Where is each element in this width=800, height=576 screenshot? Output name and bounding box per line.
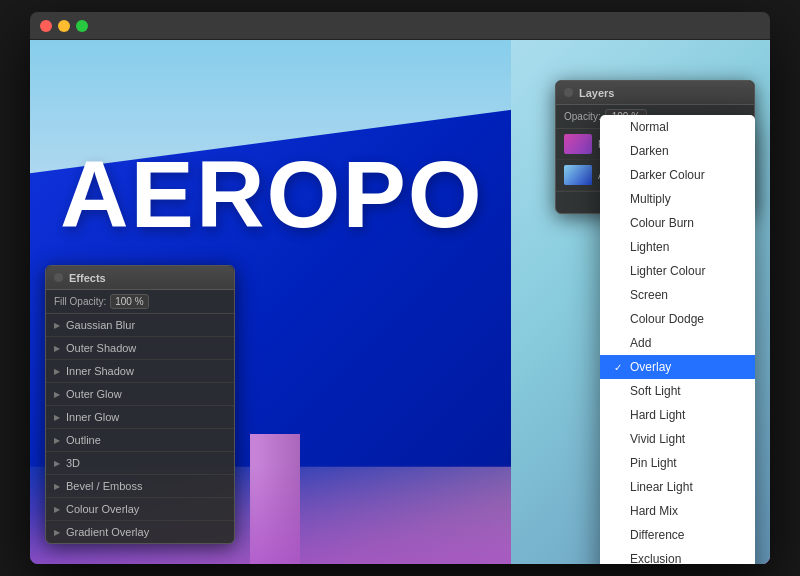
blend-mode-item-multiply[interactable]: Multiply [600, 187, 755, 211]
blend-mode-label: Colour Burn [630, 216, 694, 230]
blend-mode-item-add[interactable]: Add [600, 331, 755, 355]
effect-name: Inner Glow [66, 411, 119, 423]
fill-opacity-value[interactable]: 100 % [110, 294, 148, 309]
blend-mode-item-linear-light[interactable]: Linear Light [600, 475, 755, 499]
effects-panel: Effects Fill Opacity: 100 % ▶Gaussian Bl… [45, 265, 235, 544]
blend-mode-label: Screen [630, 288, 668, 302]
effect-name: Colour Overlay [66, 503, 139, 515]
blend-mode-label: Vivid Light [630, 432, 685, 446]
effects-list: ▶Gaussian Blur▶Outer Shadow▶Inner Shadow… [46, 314, 234, 543]
close-button[interactable] [40, 20, 52, 32]
effect-arrow: ▶ [54, 344, 60, 353]
effect-arrow: ▶ [54, 413, 60, 422]
effect-item-gradient-overlay[interactable]: ▶Gradient Overlay [46, 521, 234, 543]
title-bar [30, 12, 770, 40]
minimize-button[interactable] [58, 20, 70, 32]
blend-mode-item-colour-dodge[interactable]: Colour Dodge [600, 307, 755, 331]
effect-arrow: ▶ [54, 528, 60, 537]
blend-mode-label: Darken [630, 144, 669, 158]
effect-item-inner-shadow[interactable]: ▶Inner Shadow [46, 360, 234, 383]
fill-opacity-row: Fill Opacity: 100 % [46, 290, 234, 314]
blend-mode-label: Overlay [630, 360, 671, 374]
blend-mode-item-screen[interactable]: Screen [600, 283, 755, 307]
blend-mode-item-difference[interactable]: Difference [600, 523, 755, 547]
blend-mode-label: Lighten [630, 240, 669, 254]
effect-arrow: ▶ [54, 459, 60, 468]
blend-mode-item-normal[interactable]: Normal [600, 115, 755, 139]
blend-mode-item-pin-light[interactable]: Pin Light [600, 451, 755, 475]
blend-mode-label: Hard Light [630, 408, 685, 422]
effect-arrow: ▶ [54, 321, 60, 330]
blend-mode-item-soft-light[interactable]: Soft Light [600, 379, 755, 403]
maximize-button[interactable] [76, 20, 88, 32]
effect-item-outline[interactable]: ▶Outline [46, 429, 234, 452]
effect-arrow: ▶ [54, 390, 60, 399]
blend-mode-label: Darker Colour [630, 168, 705, 182]
blend-mode-label: Linear Light [630, 480, 693, 494]
blend-mode-dropdown: NormalDarkenDarker ColourMultiplyColour … [600, 115, 755, 564]
effect-arrow: ▶ [54, 505, 60, 514]
fill-opacity-label: Fill Opacity: [54, 296, 106, 307]
layers-dot [564, 88, 573, 97]
effect-name: Gaussian Blur [66, 319, 135, 331]
effect-item-outer-glow[interactable]: ▶Outer Glow [46, 383, 234, 406]
blend-mode-label: Pin Light [630, 456, 677, 470]
blend-mode-list: NormalDarkenDarker ColourMultiplyColour … [600, 115, 755, 564]
effect-arrow: ▶ [54, 367, 60, 376]
blend-mode-label: Add [630, 336, 651, 350]
effect-item-colour-overlay[interactable]: ▶Colour Overlay [46, 498, 234, 521]
effect-name: Outer Shadow [66, 342, 136, 354]
layers-title: Layers [579, 87, 614, 99]
blend-mode-label: Hard Mix [630, 504, 678, 518]
blend-mode-item-lighten[interactable]: Lighten [600, 235, 755, 259]
layers-header: Layers [556, 81, 754, 105]
blend-mode-label: Exclusion [630, 552, 681, 564]
effect-item-outer-shadow[interactable]: ▶Outer Shadow [46, 337, 234, 360]
blend-mode-item-overlay[interactable]: ✓Overlay [600, 355, 755, 379]
effect-arrow: ▶ [54, 436, 60, 445]
blend-mode-item-darken[interactable]: Darken [600, 139, 755, 163]
blend-mode-item-colour-burn[interactable]: Colour Burn [600, 211, 755, 235]
blend-mode-item-exclusion[interactable]: Exclusion [600, 547, 755, 564]
layer-thumbnail [564, 134, 592, 154]
effects-dot [54, 273, 63, 282]
blend-mode-label: Normal [630, 120, 669, 134]
blend-mode-label: Difference [630, 528, 684, 542]
effect-name: 3D [66, 457, 80, 469]
effect-name: Bevel / Emboss [66, 480, 142, 492]
blend-mode-item-darker-colour[interactable]: Darker Colour [600, 163, 755, 187]
effect-item-inner-glow[interactable]: ▶Inner Glow [46, 406, 234, 429]
opacity-label: Opacity: [564, 111, 601, 122]
effect-name: Gradient Overlay [66, 526, 149, 538]
blend-mode-item-lighter-colour[interactable]: Lighter Colour [600, 259, 755, 283]
effect-item-3d[interactable]: ▶3D [46, 452, 234, 475]
effect-name: Outline [66, 434, 101, 446]
blend-mode-label: Lighter Colour [630, 264, 705, 278]
traffic-lights [40, 20, 88, 32]
effect-item-bevel-/-emboss[interactable]: ▶Bevel / Emboss [46, 475, 234, 498]
canvas-area: AEROPO Effects Fill Opacity: 100 % ▶Gaus… [30, 40, 770, 564]
layer-thumbnail [564, 165, 592, 185]
effect-name: Outer Glow [66, 388, 122, 400]
blend-mode-item-vivid-light[interactable]: Vivid Light [600, 427, 755, 451]
blend-mode-label: Multiply [630, 192, 671, 206]
main-window: AEROPO Effects Fill Opacity: 100 % ▶Gaus… [30, 12, 770, 564]
blend-mode-label: Colour Dodge [630, 312, 704, 326]
blend-mode-label: Soft Light [630, 384, 681, 398]
effects-header: Effects [46, 266, 234, 290]
effect-arrow: ▶ [54, 482, 60, 491]
blend-mode-item-hard-mix[interactable]: Hard Mix [600, 499, 755, 523]
blend-mode-item-hard-light[interactable]: Hard Light [600, 403, 755, 427]
effect-name: Inner Shadow [66, 365, 134, 377]
effect-item-gaussian-blur[interactable]: ▶Gaussian Blur [46, 314, 234, 337]
effects-title: Effects [69, 272, 106, 284]
blend-checkmark: ✓ [614, 362, 624, 373]
effects-traffic-lights [54, 273, 63, 282]
aero-text: AEROPO [60, 140, 484, 249]
